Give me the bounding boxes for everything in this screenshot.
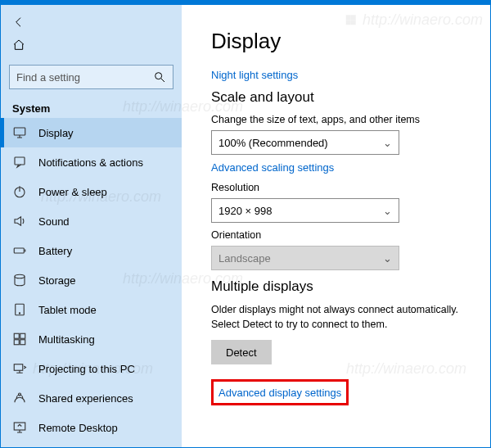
back-icon[interactable] <box>12 16 25 29</box>
sidebar-item-label: Battery <box>38 245 72 257</box>
tablet-icon <box>12 302 27 317</box>
svg-point-0 <box>155 73 162 79</box>
share-icon <box>12 391 27 405</box>
sidebar-item-label: Sound <box>38 215 70 228</box>
sidebar-item-label: Tablet mode <box>38 304 97 316</box>
sidebar-item-storage[interactable]: Storage <box>1 265 182 295</box>
notify-icon <box>12 155 27 170</box>
svg-rect-1 <box>14 128 25 135</box>
sidebar-item-tablet[interactable]: Tablet mode <box>1 295 182 324</box>
svg-point-7 <box>19 313 20 314</box>
orientation-select: Landscape ⌄ <box>211 246 399 270</box>
content-pane: Display Night light settings Scale and l… <box>182 1 490 447</box>
sidebar-item-display[interactable]: Display <box>1 118 182 147</box>
sound-icon <box>12 214 27 229</box>
svg-point-13 <box>19 393 21 396</box>
battery-icon <box>12 243 27 258</box>
sidebar-category: System <box>1 97 182 118</box>
svg-point-5 <box>15 274 25 278</box>
chevron-down-icon: ⌄ <box>383 137 392 149</box>
page-title: Display <box>211 29 467 54</box>
resolution-value: 1920 × 998 <box>218 205 272 217</box>
settings-sidebar: Find a setting System DisplayNotificatio… <box>1 1 182 447</box>
multitask-icon <box>12 332 27 346</box>
scale-value: 100% (Recommended) <box>218 137 328 149</box>
multiple-displays-heading: Multiple displays <box>211 278 467 295</box>
sidebar-item-project[interactable]: Projecting to this PC <box>1 354 182 383</box>
remote-icon <box>12 420 27 435</box>
advanced-scaling-link[interactable]: Advanced scaling settings <box>211 161 467 174</box>
window-titlebar <box>0 0 491 5</box>
sidebar-item-label: Shared experiences <box>38 392 133 405</box>
scale-select[interactable]: 100% (Recommended) ⌄ <box>211 130 399 155</box>
highlight-box: Advanced display settings <box>211 379 349 405</box>
sidebar-item-power[interactable]: Power & sleep <box>1 177 182 206</box>
chevron-down-icon: ⌄ <box>383 252 392 265</box>
project-icon <box>12 361 27 376</box>
resolution-select[interactable]: 1920 × 998 ⌄ <box>211 198 399 223</box>
storage-icon <box>12 273 27 287</box>
sidebar-item-battery[interactable]: Battery <box>1 236 182 265</box>
detect-button[interactable]: Detect <box>211 340 272 364</box>
sidebar-item-label: Projecting to this PC <box>38 363 135 375</box>
power-icon <box>12 184 27 199</box>
sidebar-item-label: Display <box>38 127 74 139</box>
home-icon[interactable] <box>12 38 25 52</box>
search-placeholder: Find a setting <box>16 71 80 84</box>
scale-layout-heading: Scale and layout <box>211 89 467 106</box>
svg-rect-10 <box>14 340 19 345</box>
sidebar-item-label: Remote Desktop <box>38 422 118 434</box>
chevron-down-icon: ⌄ <box>383 205 392 217</box>
display-icon <box>12 125 27 140</box>
sidebar-item-notify[interactable]: Notifications & actions <box>1 147 182 177</box>
scale-label: Change the size of text, apps, and other… <box>211 114 467 125</box>
sidebar-item-label: Notifications & actions <box>38 156 143 169</box>
svg-rect-4 <box>14 248 24 253</box>
sidebar-item-multitask[interactable]: Multitasking <box>1 324 182 354</box>
svg-rect-14 <box>14 423 25 430</box>
svg-rect-8 <box>14 333 19 338</box>
search-input[interactable]: Find a setting <box>9 65 173 89</box>
svg-rect-2 <box>15 157 25 165</box>
svg-rect-9 <box>20 333 25 338</box>
advanced-display-settings-link[interactable]: Advanced display settings <box>218 387 341 399</box>
orientation-label: Orientation <box>211 229 467 241</box>
sidebar-item-sound[interactable]: Sound <box>1 206 182 236</box>
sidebar-item-remote[interactable]: Remote Desktop <box>1 413 182 442</box>
resolution-label: Resolution <box>211 182 467 193</box>
svg-rect-11 <box>20 340 25 345</box>
orientation-value: Landscape <box>218 252 271 265</box>
sidebar-item-share[interactable]: Shared experiences <box>1 383 182 413</box>
svg-rect-12 <box>14 364 23 371</box>
sidebar-item-label: Multitasking <box>38 333 95 346</box>
sidebar-item-label: Power & sleep <box>38 186 107 198</box>
sidebar-nav-list: DisplayNotifications & actionsPower & sl… <box>1 118 182 447</box>
sidebar-item-label: Storage <box>38 274 76 287</box>
sidebar-item-about[interactable]: About <box>1 442 182 447</box>
search-icon <box>153 70 166 84</box>
night-light-link[interactable]: Night light settings <box>211 69 467 81</box>
multiple-displays-text: Older displays might not always connect … <box>211 303 467 332</box>
